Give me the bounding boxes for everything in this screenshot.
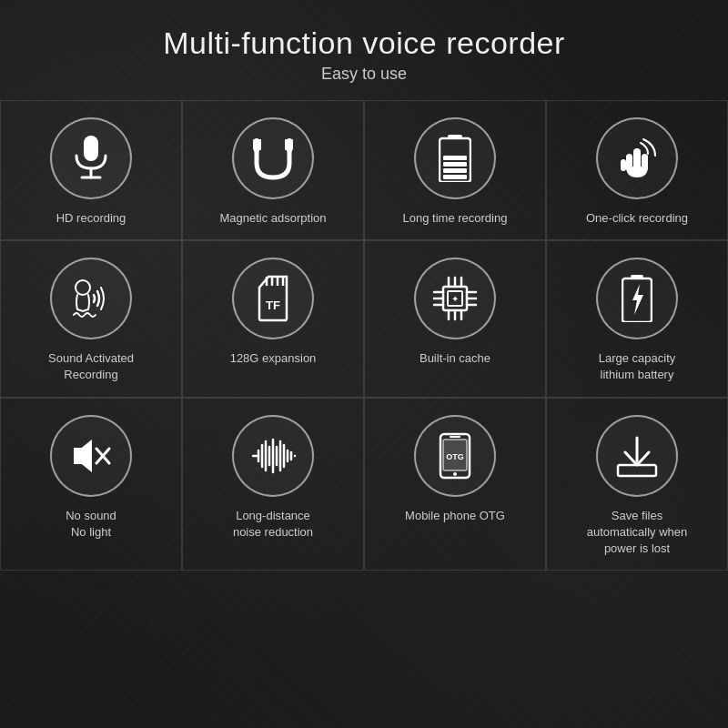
magnetic-icon-circle xyxy=(232,117,314,199)
long-recording-icon-circle xyxy=(414,117,496,199)
svg-rect-12 xyxy=(443,162,467,167)
sound-activated-label: Sound ActivatedRecording xyxy=(48,350,134,383)
cell-sound-activated: Sound ActivatedRecording xyxy=(0,240,182,397)
save-files-icon-circle xyxy=(596,415,678,497)
microphone-icon xyxy=(71,136,111,181)
cell-hd-recording: HD recording xyxy=(0,100,182,240)
magnetic-label: Magnetic adsorption xyxy=(219,210,326,227)
sound-activated-icon-circle xyxy=(50,258,132,339)
cell-built-in-cache: ✦ Built-in cache xyxy=(364,240,546,397)
svg-text:OTG: OTG xyxy=(446,452,464,461)
svg-rect-61 xyxy=(618,465,656,476)
svg-rect-0 xyxy=(84,136,98,161)
main-title: Multi-function voice recorder xyxy=(163,25,565,61)
battery-bolt-icon xyxy=(622,275,652,322)
magnet-icon xyxy=(252,136,294,181)
svg-text:✦: ✦ xyxy=(451,294,459,304)
hd-recording-icon-circle xyxy=(50,117,132,199)
sd-card-icon: TF xyxy=(252,275,294,322)
large-capacity-label: Large capacitylithium battery xyxy=(599,350,676,383)
chip-icon: ✦ xyxy=(432,276,478,321)
one-click-label: One-click recording xyxy=(586,210,688,227)
otg-icon-circle: OTG xyxy=(414,415,496,497)
built-in-cache-icon-circle: ✦ xyxy=(414,258,496,339)
features-grid: HD recording Magnetic adsorption xyxy=(0,100,728,571)
no-sound-icon-circle xyxy=(50,415,132,497)
cell-long-recording: Long time recording xyxy=(364,100,546,240)
mute-icon xyxy=(69,436,113,476)
long-recording-label: Long time recording xyxy=(403,210,508,227)
no-sound-label: No soundNo light xyxy=(66,508,116,541)
svg-rect-17 xyxy=(621,159,626,171)
svg-rect-11 xyxy=(443,168,467,173)
svg-point-59 xyxy=(453,472,457,476)
cell-magnetic: Magnetic adsorption xyxy=(182,100,364,240)
svg-rect-7 xyxy=(285,139,293,150)
cell-otg: OTG Mobile phone OTG xyxy=(364,398,546,571)
noise-reduction-icon-circle xyxy=(232,415,314,497)
128g-icon-circle: TF xyxy=(232,258,314,339)
phone-otg-icon: OTG xyxy=(437,432,473,480)
save-files-label: Save filesautomatically whenpower is los… xyxy=(587,508,688,558)
cell-128g: TF 128G expansion xyxy=(182,240,364,397)
cell-one-click: One-click recording xyxy=(546,100,728,240)
large-capacity-icon-circle xyxy=(596,258,678,339)
cell-save-files: Save filesautomatically whenpower is los… xyxy=(546,398,728,571)
waveform-icon xyxy=(249,436,297,476)
128g-label: 128G expansion xyxy=(230,350,317,367)
svg-rect-10 xyxy=(443,175,467,179)
cell-no-sound: No soundNo light xyxy=(0,398,182,571)
battery-icon xyxy=(439,135,471,182)
svg-rect-6 xyxy=(253,139,261,150)
cell-noise-reduction: Long-distancenoise reduction xyxy=(182,398,364,571)
svg-point-18 xyxy=(76,280,90,295)
svg-rect-13 xyxy=(443,156,467,160)
sub-title: Easy to use xyxy=(163,65,565,84)
hd-recording-label: HD recording xyxy=(56,210,126,227)
built-in-cache-label: Built-in cache xyxy=(420,350,490,367)
svg-text:TF: TF xyxy=(266,298,280,312)
download-icon xyxy=(616,434,658,478)
otg-label: Mobile phone OTG xyxy=(405,508,505,524)
svg-marker-41 xyxy=(75,441,91,470)
cell-large-capacity: Large capacitylithium battery xyxy=(546,240,728,397)
noise-reduction-label: Long-distancenoise reduction xyxy=(233,508,313,541)
one-click-icon-circle xyxy=(596,117,678,199)
touch-icon xyxy=(617,136,657,181)
page-header: Multi-function voice recorder Easy to us… xyxy=(145,0,583,91)
sound-wave-face-icon xyxy=(68,277,114,320)
